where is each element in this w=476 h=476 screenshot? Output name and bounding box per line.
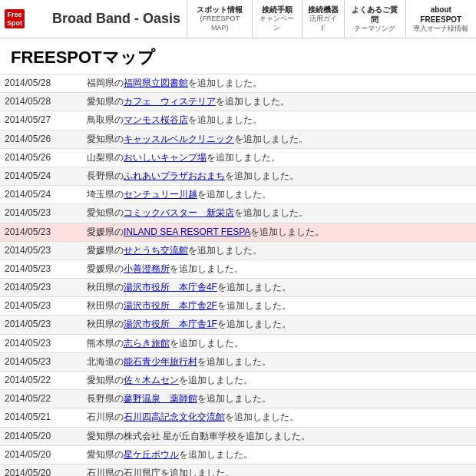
location-link[interactable]: 志らき旅館 <box>124 338 170 349</box>
content-cell: 埼玉県のセンチュリー川越を追加しました。 <box>82 186 476 204</box>
content-cell: 秋田県の湯沢市役所 本庁舎1Fを追加しました。 <box>82 316 476 334</box>
table-row: 2014/05/23秋田県の湯沢市役所 本庁舎2Fを追加しました。 <box>0 297 476 316</box>
nav-item-3[interactable]: よくあるご質問テーマソング <box>344 0 405 38</box>
location-link[interactable]: おいしいキャンプ場 <box>124 152 207 163</box>
table-row: 2014/05/26愛知県のキャッスルベルクリニックを追加しました。 <box>0 130 476 148</box>
table-row: 2014/05/23北海道の能石青少年旅行村を追加しました。 <box>0 352 476 371</box>
table-row: 2014/05/20愛知県の株式会社 星が丘自動車学校を追加しました。 <box>0 427 476 445</box>
nav-main-2: 接続機器 <box>308 5 339 15</box>
date-cell: 2014/05/23 <box>0 204 82 223</box>
location-link[interactable]: 能石青少年旅行村 <box>124 356 197 367</box>
table-row: 2014/05/22愛知県の佐々木ムセンを追加しました。 <box>0 372 476 390</box>
content-cell: 愛知県の株式会社 星が丘自動車学校を追加しました。 <box>82 427 476 445</box>
location-link[interactable]: キャッスルベルクリニック <box>124 134 234 144</box>
nav-item-0[interactable]: スポット情報(FREESPOT MAP) <box>187 0 252 38</box>
date-cell: 2014/05/27 <box>0 111 82 130</box>
nav-main-1: 接続手順 <box>262 5 293 15</box>
location-link[interactable]: 湯沢市役所 本庁舎4F <box>124 282 217 293</box>
date-cell: 2014/05/23 <box>0 297 82 316</box>
date-cell: 2014/05/23 <box>0 279 82 297</box>
table-row: 2014/05/23愛媛県のせとうち交流館を追加しました。 <box>0 241 476 259</box>
date-cell: 2014/05/20 <box>0 445 82 464</box>
header-nav: スポット情報(FREESPOT MAP)接続手順キャンペーン接続機器活用ガイドよ… <box>187 0 476 38</box>
date-cell: 2014/05/22 <box>0 372 82 390</box>
location-link[interactable]: せとうち交流館 <box>124 245 188 256</box>
content-cell: 福岡県の福岡県立図書館を追加しました。 <box>82 74 476 93</box>
nav-main-0: スポット情報 <box>197 5 243 15</box>
location-link[interactable]: コミックバスター 新栄店 <box>124 207 234 218</box>
table-row: 2014/05/27鳥取県のマンモス桜谷店を追加しました。 <box>0 111 476 130</box>
date-cell: 2014/05/23 <box>0 334 82 352</box>
location-link[interactable]: INLAND SEA RESORT FESPA <box>124 226 250 237</box>
table-row: 2014/05/23秋田県の湯沢市役所 本庁舎4Fを追加しました。 <box>0 279 476 297</box>
page-title: FREESPOTマップ <box>0 38 476 74</box>
nav-item-1[interactable]: 接続手順キャンペーン <box>252 0 301 38</box>
table-row: 2014/05/28福岡県の福岡県立図書館を追加しました。 <box>0 74 476 93</box>
content-cell: 愛媛県のINLAND SEA RESORT FESPAを追加しました。 <box>82 223 476 241</box>
table-row: 2014/05/23愛媛県のINLAND SEA RESORT FESPAを追加… <box>0 223 476 241</box>
location-link[interactable]: 小善澄務所 <box>124 263 170 274</box>
table-row: 2014/05/28愛知県のカフェ ウィステリアを追加しました。 <box>0 93 476 111</box>
date-cell: 2014/05/23 <box>0 316 82 334</box>
date-cell: 2014/05/23 <box>0 241 82 259</box>
content-cell: 愛知県のコミックバスター 新栄店を追加しました。 <box>82 204 476 223</box>
content-cell: 石川県の石川県庁を追加しました。 <box>82 464 476 476</box>
content-cell: 愛媛県の小善澄務所を追加しました。 <box>82 259 476 278</box>
nav-sub-3: テーマソング <box>354 25 395 34</box>
content-cell: 愛知県のカフェ ウィステリアを追加しました。 <box>82 93 476 111</box>
brand-title: Broad Band - Oasis <box>46 0 187 38</box>
nav-sub-1: キャンペーン <box>257 15 296 32</box>
table-row: 2014/05/20石川県の石川県庁を追加しました。 <box>0 464 476 476</box>
content-cell: 鳥取県のマンモス桜谷店を追加しました。 <box>82 111 476 130</box>
table-row: 2014/05/24長野県のふれあいプラザおおまちを追加しました。 <box>0 167 476 185</box>
logo-area: FreeSpot <box>0 0 46 38</box>
content-cell: 熊本県の志らき旅館を追加しました。 <box>82 334 476 352</box>
date-cell: 2014/05/24 <box>0 186 82 204</box>
date-cell: 2014/05/26 <box>0 148 82 167</box>
header: FreeSpot Broad Band - Oasis スポット情報(FREES… <box>0 0 476 38</box>
location-link[interactable]: マンモス桜谷店 <box>124 114 188 125</box>
map-table: 2014/05/28福岡県の福岡県立図書館を追加しました。2014/05/28愛… <box>0 74 476 476</box>
table-row: 2014/05/21石川県の石川四高記念文化交流館を追加しました。 <box>0 408 476 427</box>
location-link[interactable]: カフェ ウィステリア <box>124 96 216 107</box>
date-cell: 2014/05/23 <box>0 223 82 241</box>
location-link[interactable]: ふれあいプラザおおまち <box>124 170 225 181</box>
content-cell: 長野県の蓼野温泉 薬師館を追加しました。 <box>82 390 476 408</box>
content-cell: 長野県のふれあいプラザおおまちを追加しました。 <box>82 167 476 185</box>
table-row: 2014/05/23愛媛県の小善澄務所を追加しました。 <box>0 259 476 278</box>
date-cell: 2014/05/23 <box>0 259 82 278</box>
table-row: 2014/05/26山梨県のおいしいキャンプ場を追加しました。 <box>0 148 476 167</box>
content-cell: 石川県の石川四高記念文化交流館を追加しました。 <box>82 408 476 427</box>
location-link[interactable]: 福岡県立図書館 <box>124 78 188 88</box>
nav-sub-2: 活用ガイド <box>307 15 340 32</box>
table-row: 2014/05/23愛知県のコミックバスター 新栄店を追加しました。 <box>0 204 476 223</box>
location-link[interactable]: 石川四高記念文化交流館 <box>124 412 225 422</box>
location-link[interactable]: センチュリー川越 <box>124 189 197 200</box>
nav-item-2[interactable]: 接続機器活用ガイド <box>302 0 345 38</box>
content-cell: 秋田県の湯沢市役所 本庁舎2Fを追加しました。 <box>82 297 476 316</box>
table-row: 2014/05/23熊本県の志らき旅館を追加しました。 <box>0 334 476 352</box>
content-cell: 秋田県の湯沢市役所 本庁舎4Fを追加しました。 <box>82 279 476 297</box>
location-link[interactable]: 星ケ丘ボウル <box>124 449 179 460</box>
table-row: 2014/05/23秋田県の湯沢市役所 本庁舎1Fを追加しました。 <box>0 316 476 334</box>
nav-main-3: よくあるご質問 <box>349 5 400 25</box>
location-link[interactable]: 蓼野温泉 薬師館 <box>124 393 197 404</box>
nav-sub-0: (FREESPOT MAP) <box>192 15 247 32</box>
nav-main-4: about FREESPOT <box>411 5 472 25</box>
date-cell: 2014/05/26 <box>0 130 82 148</box>
date-cell: 2014/05/28 <box>0 74 82 93</box>
date-cell: 2014/05/21 <box>0 408 82 427</box>
date-cell: 2014/05/24 <box>0 167 82 185</box>
nav-item-4[interactable]: about FREESPOT導入オーナ様情報 <box>405 0 477 38</box>
table-row: 2014/05/20愛知県の星ケ丘ボウルを追加しました。 <box>0 445 476 464</box>
date-cell: 2014/05/20 <box>0 464 82 476</box>
location-link[interactable]: 佐々木ムセン <box>124 375 179 385</box>
table-row: 2014/05/24埼玉県のセンチュリー川越を追加しました。 <box>0 186 476 204</box>
content-cell: 愛知県のキャッスルベルクリニックを追加しました。 <box>82 130 476 148</box>
content-cell: 北海道の能石青少年旅行村を追加しました。 <box>82 352 476 371</box>
date-cell: 2014/05/23 <box>0 352 82 371</box>
location-link[interactable]: 湯沢市役所 本庁舎2F <box>124 300 217 311</box>
date-cell: 2014/05/28 <box>0 93 82 111</box>
content-cell: 愛媛県のせとうち交流館を追加しました。 <box>82 241 476 259</box>
location-link[interactable]: 湯沢市役所 本庁舎1F <box>124 319 217 329</box>
